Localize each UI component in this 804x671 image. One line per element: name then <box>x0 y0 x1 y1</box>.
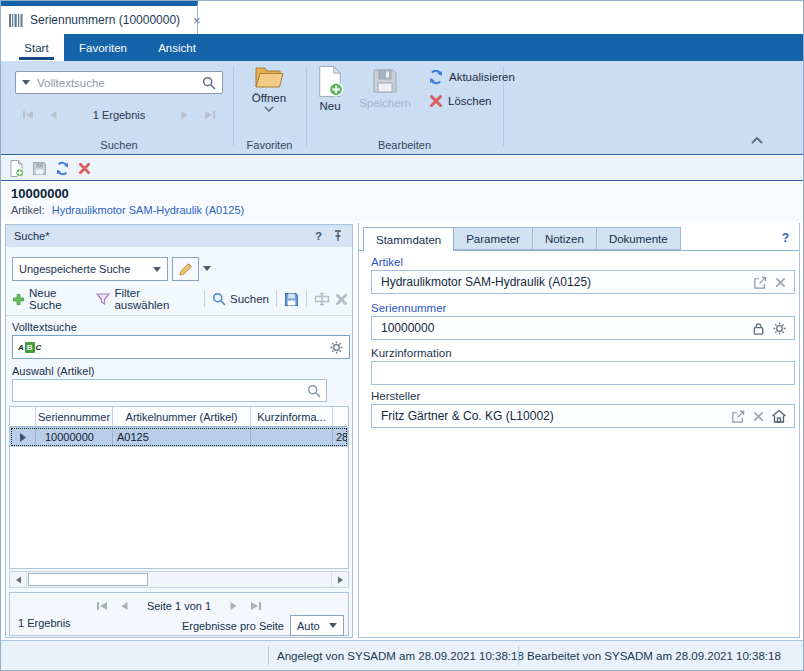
saved-search-combobox[interactable]: Ungespeicherte Suche <box>12 257 168 281</box>
save-search-icon[interactable] <box>284 292 299 307</box>
tab-notizen[interactable]: Notizen <box>533 227 597 250</box>
open-record-icon[interactable] <box>731 409 746 424</box>
app-window: Seriennummern (10000000) × Start Favorit… <box>0 0 804 671</box>
per-page-select[interactable]: Auto <box>290 615 344 636</box>
chevron-down-icon[interactable] <box>203 266 211 271</box>
clear-field-icon[interactable] <box>752 410 765 423</box>
search-icon[interactable] <box>202 76 216 90</box>
grid-header-kurzinfo[interactable]: Kurzinforma... <box>251 407 333 427</box>
first-page-icon[interactable] <box>95 600 109 612</box>
quick-refresh-icon[interactable] <box>55 161 70 176</box>
scrollbar-thumb[interactable] <box>28 573 148 586</box>
kurzinformation-input[interactable] <box>379 365 787 381</box>
ribbon-tab-strip: Start Favoriten Ansicht <box>1 34 803 61</box>
selection-input-box[interactable] <box>12 379 327 402</box>
hersteller-input[interactable] <box>379 408 727 424</box>
group-label-bearbeiten: Bearbeiten <box>306 139 503 151</box>
help-icon[interactable]: ? <box>315 230 322 242</box>
seriennummer-field[interactable] <box>371 316 795 340</box>
result-navigator: 1 Ergebnis <box>15 105 223 125</box>
save-button[interactable]: Speichern <box>355 67 415 109</box>
scroll-left-icon[interactable] <box>10 572 27 587</box>
quick-delete-icon[interactable] <box>78 162 91 175</box>
home-icon[interactable] <box>771 408 787 424</box>
fulltext-input-box[interactable]: ABC <box>12 335 350 359</box>
tab-stammdaten[interactable]: Stammdaten <box>363 227 454 251</box>
record-artikel-link[interactable]: Hydraulikmotor SAM-Hydraulik (A0125) <box>52 204 245 216</box>
ribbon-strip-pad <box>1 34 9 61</box>
rename-search-icon[interactable] <box>314 292 330 306</box>
search-toolbar: Neue Suche Filter auswählen Suchen <box>12 287 348 311</box>
previous-page-icon[interactable] <box>118 600 130 612</box>
save-icon <box>371 67 399 95</box>
search-panel-title: Suche* <box>14 230 49 242</box>
fulltext-input[interactable] <box>45 340 325 354</box>
seriennummer-input[interactable] <box>379 320 747 336</box>
first-result-button[interactable] <box>15 109 41 121</box>
next-result-button[interactable] <box>173 109 197 121</box>
tab-ansicht[interactable]: Ansicht <box>142 34 212 61</box>
search-execute-button[interactable]: Suchen <box>212 292 269 306</box>
selection-label: Auswahl (Artikel) <box>12 365 95 377</box>
clear-search-icon[interactable] <box>335 293 348 306</box>
row-indicator-icon <box>10 427 36 447</box>
close-icon[interactable]: × <box>193 14 201 27</box>
search-icon[interactable] <box>307 384 321 398</box>
hersteller-field[interactable] <box>371 404 795 428</box>
artikel-input[interactable] <box>379 274 749 290</box>
grid-header-artikelnummer[interactable]: Artikelnummer (Artikel) <box>113 407 251 427</box>
cell-clipped: 28 <box>333 427 347 447</box>
artikel-field[interactable] <box>371 270 795 294</box>
delete-button[interactable]: Löschen <box>429 94 491 108</box>
table-row[interactable]: 10000000 A0125 28 <box>10 427 348 447</box>
filter-button[interactable]: Filter auswählen <box>96 287 197 311</box>
grid-header-selector <box>10 407 36 427</box>
tab-start[interactable]: Start <box>9 34 64 61</box>
pencil-icon <box>178 262 193 277</box>
group-separator <box>233 66 234 146</box>
lock-icon <box>751 321 766 336</box>
search-icon <box>212 292 226 306</box>
tab-parameter[interactable]: Parameter <box>454 227 533 250</box>
previous-result-button[interactable] <box>41 109 65 121</box>
next-page-icon[interactable] <box>228 600 240 612</box>
last-result-button[interactable] <box>197 109 223 121</box>
results-grid: Seriennummer Artikelnummer (Artikel) Kur… <box>9 406 349 569</box>
filter-funnel-icon <box>96 293 110 306</box>
chevron-down-icon[interactable] <box>22 80 30 85</box>
grid-header-clipped[interactable] <box>333 407 347 427</box>
refresh-button[interactable]: Aktualisieren <box>428 69 515 85</box>
search-panel: Suche* ? Ungespeicherte Suche Neue Suche… <box>5 224 353 638</box>
gear-icon[interactable] <box>329 340 344 355</box>
clear-field-icon[interactable] <box>774 276 787 289</box>
pin-icon[interactable] <box>332 229 344 243</box>
pager: Seite 1 von 1 1 Ergebnis Ergebnisse pro … <box>9 592 349 636</box>
edit-search-button[interactable] <box>172 257 199 281</box>
created-status: Angelegt von SYSADM am 28.09.2021 10:38:… <box>277 641 524 670</box>
chevron-down-icon <box>153 267 161 272</box>
ribbon-search-input[interactable] <box>35 76 197 90</box>
open-button[interactable]: Öffnen <box>239 64 299 112</box>
scroll-right-icon[interactable] <box>331 572 348 587</box>
last-page-icon[interactable] <box>249 600 263 612</box>
new-search-button[interactable]: Neue Suche <box>12 287 91 311</box>
kurzinformation-field[interactable] <box>371 361 795 385</box>
gear-icon[interactable] <box>772 321 787 336</box>
collapse-ribbon-icon[interactable] <box>751 137 763 144</box>
quick-save-icon[interactable] <box>32 161 47 176</box>
hersteller-label: Hersteller <box>371 390 420 402</box>
quick-new-icon[interactable] <box>9 160 24 177</box>
grid-header-seriennummer[interactable]: Seriennummer <box>36 407 113 427</box>
new-document-icon <box>316 65 344 98</box>
tab-dokumente[interactable]: Dokumente <box>597 227 681 250</box>
selection-input[interactable] <box>18 384 303 398</box>
document-tab[interactable]: Seriennummern (10000000) × <box>1 1 198 34</box>
page-info: Seite 1 von 1 <box>147 600 211 612</box>
help-icon[interactable]: ? <box>782 231 789 245</box>
new-button[interactable]: Neu <box>307 65 353 112</box>
ribbon-search-box[interactable] <box>15 71 223 94</box>
tab-favoriten[interactable]: Favoriten <box>64 34 142 61</box>
result-count: 1 Ergebnis <box>65 109 173 121</box>
horizontal-scrollbar[interactable] <box>9 571 349 588</box>
open-record-icon[interactable] <box>753 275 768 290</box>
